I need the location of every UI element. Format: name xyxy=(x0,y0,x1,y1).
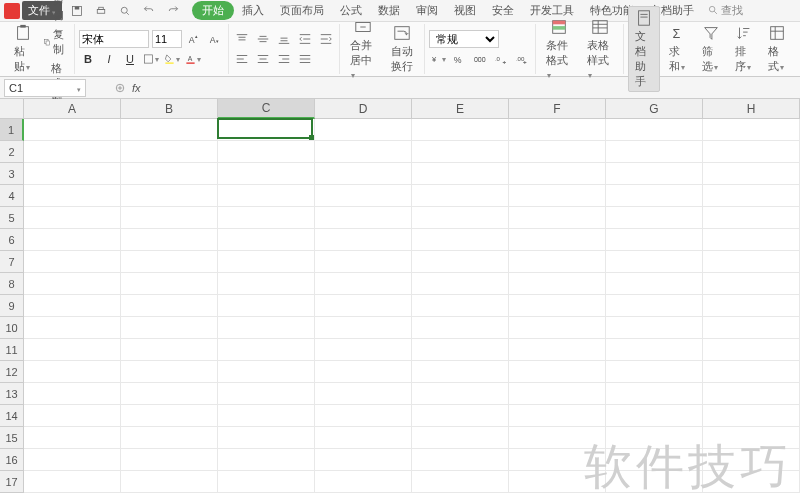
cell[interactable] xyxy=(703,449,800,471)
cell[interactable] xyxy=(412,251,509,273)
sum-button[interactable]: Σ 求和 xyxy=(663,22,693,76)
cell[interactable] xyxy=(315,383,412,405)
cell[interactable] xyxy=(412,339,509,361)
cell[interactable] xyxy=(218,317,315,339)
copy-button[interactable]: 复制 xyxy=(41,26,70,58)
cell[interactable] xyxy=(703,119,800,141)
cell[interactable] xyxy=(24,251,121,273)
filter-button[interactable]: 筛选 xyxy=(696,22,726,76)
cell[interactable] xyxy=(412,141,509,163)
cell[interactable] xyxy=(315,119,412,141)
cell[interactable] xyxy=(412,405,509,427)
column-header[interactable]: F xyxy=(509,99,606,119)
cell[interactable] xyxy=(703,185,800,207)
font-name-select[interactable] xyxy=(79,30,149,48)
cell[interactable] xyxy=(121,383,218,405)
undo-icon[interactable] xyxy=(140,2,158,20)
cell[interactable] xyxy=(315,141,412,163)
cell[interactable] xyxy=(509,449,606,471)
cell[interactable] xyxy=(606,405,703,427)
cell[interactable] xyxy=(24,163,121,185)
cell[interactable] xyxy=(412,427,509,449)
cell[interactable] xyxy=(509,207,606,229)
row-header[interactable]: 6 xyxy=(0,229,24,251)
cell[interactable] xyxy=(218,251,315,273)
fill-color-icon[interactable] xyxy=(163,50,181,68)
tab-view[interactable]: 视图 xyxy=(446,1,484,20)
tab-start[interactable]: 开始 xyxy=(192,1,234,20)
doc-helper-button[interactable]: 文档助手 xyxy=(628,6,660,92)
justify-icon[interactable] xyxy=(296,50,314,68)
font-size-select[interactable] xyxy=(152,30,182,48)
cell[interactable] xyxy=(24,207,121,229)
cell[interactable] xyxy=(315,449,412,471)
cell[interactable] xyxy=(412,383,509,405)
cell[interactable] xyxy=(509,229,606,251)
cell[interactable] xyxy=(24,141,121,163)
cell[interactable] xyxy=(509,119,606,141)
cell[interactable] xyxy=(412,449,509,471)
redo-icon[interactable] xyxy=(164,2,182,20)
cell[interactable] xyxy=(509,405,606,427)
cell[interactable] xyxy=(606,207,703,229)
cell[interactable] xyxy=(24,295,121,317)
cell[interactable] xyxy=(703,273,800,295)
cell[interactable] xyxy=(315,185,412,207)
cell[interactable] xyxy=(24,427,121,449)
align-middle-icon[interactable] xyxy=(254,30,272,48)
cell[interactable] xyxy=(24,119,121,141)
cell[interactable] xyxy=(606,185,703,207)
cell[interactable] xyxy=(412,229,509,251)
cell[interactable] xyxy=(509,383,606,405)
cell[interactable] xyxy=(606,383,703,405)
column-header[interactable]: C xyxy=(218,99,315,119)
number-format-select[interactable]: 常规 xyxy=(429,30,499,48)
cell[interactable] xyxy=(121,119,218,141)
indent-left-icon[interactable] xyxy=(296,30,314,48)
cell[interactable] xyxy=(24,361,121,383)
cell[interactable] xyxy=(218,207,315,229)
row-header[interactable]: 7 xyxy=(0,251,24,273)
tab-insert[interactable]: 插入 xyxy=(234,1,272,20)
cell[interactable] xyxy=(606,427,703,449)
row-header[interactable]: 15 xyxy=(0,427,24,449)
column-header[interactable]: H xyxy=(703,99,800,119)
cell[interactable] xyxy=(121,185,218,207)
cut-button[interactable]: 剪切 xyxy=(41,0,70,24)
italic-icon[interactable]: I xyxy=(100,50,118,68)
cell[interactable] xyxy=(24,229,121,251)
cell[interactable] xyxy=(315,471,412,493)
cell[interactable] xyxy=(121,141,218,163)
cell[interactable] xyxy=(218,185,315,207)
cell[interactable] xyxy=(412,295,509,317)
cell[interactable] xyxy=(509,295,606,317)
cell[interactable] xyxy=(703,317,800,339)
cell[interactable] xyxy=(606,339,703,361)
row-header[interactable]: 4 xyxy=(0,185,24,207)
cell[interactable] xyxy=(703,471,800,493)
cell[interactable] xyxy=(606,273,703,295)
cell[interactable] xyxy=(24,383,121,405)
name-box[interactable]: C1 xyxy=(4,79,86,97)
cell[interactable] xyxy=(218,163,315,185)
column-header[interactable]: A xyxy=(24,99,121,119)
cell[interactable] xyxy=(24,339,121,361)
cell[interactable] xyxy=(121,471,218,493)
cell[interactable] xyxy=(315,273,412,295)
cell[interactable] xyxy=(315,295,412,317)
cell[interactable] xyxy=(412,207,509,229)
row-header[interactable]: 14 xyxy=(0,405,24,427)
cell[interactable] xyxy=(606,317,703,339)
cell[interactable] xyxy=(703,141,800,163)
align-top-icon[interactable] xyxy=(233,30,251,48)
cell[interactable] xyxy=(24,471,121,493)
cell[interactable] xyxy=(315,361,412,383)
cell[interactable] xyxy=(218,273,315,295)
column-header[interactable]: E xyxy=(412,99,509,119)
preview-icon[interactable] xyxy=(116,2,134,20)
cell[interactable] xyxy=(412,273,509,295)
increase-font-icon[interactable]: A▴ xyxy=(185,30,203,48)
paste-button[interactable]: 粘贴 xyxy=(8,22,38,76)
cell[interactable] xyxy=(121,361,218,383)
cell[interactable] xyxy=(509,141,606,163)
